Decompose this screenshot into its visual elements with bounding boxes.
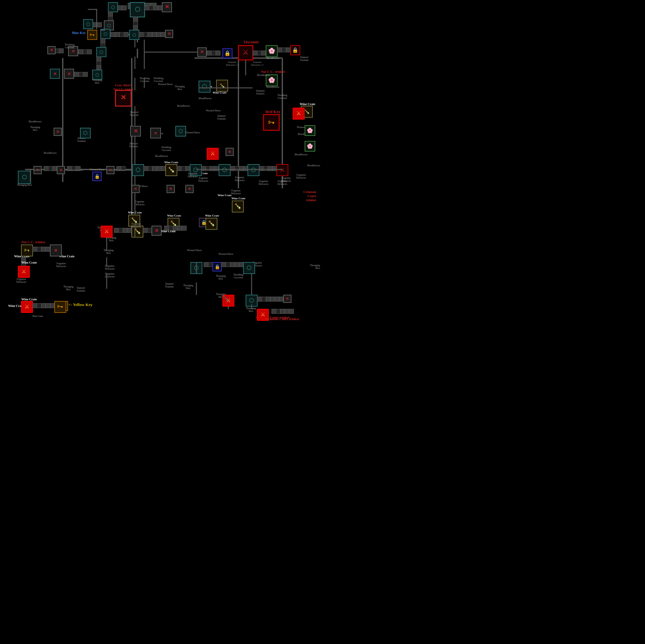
svg-text:🌸: 🌸 <box>268 47 275 54</box>
svg-text:Fountain: Fountain <box>130 145 138 148</box>
svg-rect-21 <box>145 6 149 10</box>
svg-text:✕: ✕ <box>134 128 138 134</box>
svg-text:Wizened Shrew: Wizened Shrew <box>206 109 221 112</box>
svg-rect-79 <box>96 65 101 70</box>
svg-text:Court: Court <box>307 194 316 198</box>
svg-text:Bloodflowers: Bloodflowers <box>257 74 270 76</box>
svg-text:Wizened Shrew: Wizened Shrew <box>187 249 202 252</box>
svg-rect-213 <box>215 166 219 171</box>
svg-text:⬡: ⬡ <box>95 72 99 77</box>
svg-rect-109 <box>257 51 262 55</box>
svg-text:Thronging: Thronging <box>183 284 193 287</box>
svg-rect-212 <box>210 166 215 171</box>
svg-text:Damned: Damned <box>77 287 85 289</box>
svg-text:Croc Alert!: Croc Alert! <box>115 83 132 87</box>
svg-text:Thronging: Thronging <box>175 85 185 88</box>
svg-text:🍾: 🍾 <box>208 220 215 227</box>
svg-rect-414 <box>279 297 283 301</box>
svg-text:Wizened Shrew: Wizened Shrew <box>185 131 200 134</box>
svg-rect-104 <box>211 51 216 55</box>
svg-rect-388 <box>178 226 182 230</box>
svg-text:Coccoons: Coccoons <box>162 149 171 152</box>
svg-rect-216 <box>230 166 235 171</box>
svg-rect-68 <box>78 49 83 54</box>
svg-text:🍾: 🍾 <box>304 109 310 115</box>
svg-text:⚔: ⚔ <box>260 311 265 318</box>
svg-rect-197 <box>144 166 148 171</box>
svg-text:Forgotten: Forgotten <box>17 278 26 281</box>
svg-rect-211 <box>206 166 210 171</box>
svg-text:Hive: Hive <box>219 278 223 280</box>
svg-rect-67 <box>83 49 87 54</box>
svg-rect-381 <box>143 228 148 232</box>
svg-text:Forgotten: Forgotten <box>296 174 305 176</box>
svg-rect-39 <box>133 17 138 21</box>
svg-text:⚔: ⚔ <box>296 110 301 117</box>
svg-rect-103 <box>207 51 211 55</box>
svg-text:Summon: Summon <box>256 90 264 92</box>
svg-rect-49 <box>161 32 165 37</box>
svg-text:⬡: ⬡ <box>107 23 111 28</box>
svg-text:✕: ✕ <box>134 187 137 191</box>
svg-text:Bloodflowers: Bloodflowers <box>177 105 190 107</box>
svg-rect-44 <box>139 32 143 37</box>
svg-text:⚔: ⚔ <box>104 228 109 234</box>
svg-rect-219 <box>243 166 248 171</box>
svg-text:⬡: ⬡ <box>99 50 103 54</box>
svg-rect-206 <box>186 166 190 171</box>
svg-rect-244 <box>33 247 37 252</box>
svg-rect-183 <box>44 166 48 171</box>
svg-rect-63 <box>101 43 105 47</box>
svg-rect-261 <box>37 304 41 308</box>
svg-text:✕: ✕ <box>155 228 159 233</box>
svg-text:Bloodflowers: Bloodflowers <box>29 120 42 123</box>
svg-text:Forgotten: Forgotten <box>253 61 262 63</box>
svg-rect-395 <box>208 262 213 267</box>
svg-text:Thronging Hive: Thronging Hive <box>17 184 32 186</box>
svg-rect-45 <box>143 32 148 37</box>
svg-text:Throbbing: Throbbing <box>161 146 171 149</box>
svg-text:Not C.C. trinket: Not C.C. trinket <box>261 70 285 73</box>
svg-text:Damned: Damned <box>217 115 226 117</box>
svg-text:Bloodflowers: Bloodflowers <box>155 155 168 158</box>
svg-rect-382 <box>148 228 152 232</box>
svg-text:Fountain: Fountain <box>217 117 226 120</box>
svg-text:✕: ✕ <box>154 131 157 136</box>
svg-text:Forgotten: Forgotten <box>235 176 244 179</box>
svg-text:Wine Crate: Wine Crate <box>21 298 37 301</box>
svg-text:trinket: trinket <box>306 198 316 202</box>
svg-rect-24 <box>158 6 162 10</box>
svg-text:✕: ✕ <box>169 187 172 191</box>
svg-text:🔒: 🔒 <box>292 47 298 53</box>
svg-rect-28 <box>118 6 122 10</box>
svg-rect-108 <box>253 51 257 55</box>
svg-rect-247 <box>46 247 50 252</box>
svg-text:Thronging: Thronging <box>216 275 226 278</box>
svg-rect-387 <box>173 226 178 230</box>
svg-text:✕: ✕ <box>188 187 191 191</box>
svg-text:Wizened Shrew: Wizened Shrew <box>90 168 105 171</box>
svg-rect-77 <box>96 57 101 61</box>
svg-text:Delicacies: Delicacies <box>105 268 115 270</box>
svg-rect-185 <box>53 166 57 171</box>
svg-rect-271 <box>280 309 285 314</box>
svg-rect-224 <box>268 166 272 171</box>
svg-text:Forgotten: Forgotten <box>199 177 208 179</box>
svg-text:✕: ✕ <box>59 168 62 172</box>
svg-text:Delicacies: Delicacies <box>277 183 287 185</box>
svg-rect-32 <box>108 16 113 21</box>
svg-rect-55 <box>111 32 115 37</box>
svg-text:🗝: 🗝 <box>24 247 30 253</box>
svg-text:Hive: Hive <box>315 267 320 270</box>
svg-text:Blue Key ->: Blue Key -> <box>72 31 90 34</box>
svg-rect-199 <box>153 166 157 171</box>
svg-text:Hive: Hive <box>109 239 114 242</box>
svg-text:Bloodflowers: Bloodflowers <box>307 164 320 167</box>
svg-text:⬡: ⬡ <box>103 32 107 36</box>
svg-text:Crimson: Crimson <box>303 190 316 194</box>
svg-rect-105 <box>216 51 220 55</box>
svg-rect-245 <box>37 247 41 252</box>
svg-rect-386 <box>169 226 173 230</box>
svg-text:Hive: Hive <box>66 288 71 291</box>
svg-text:Hive: Hive <box>33 129 38 132</box>
